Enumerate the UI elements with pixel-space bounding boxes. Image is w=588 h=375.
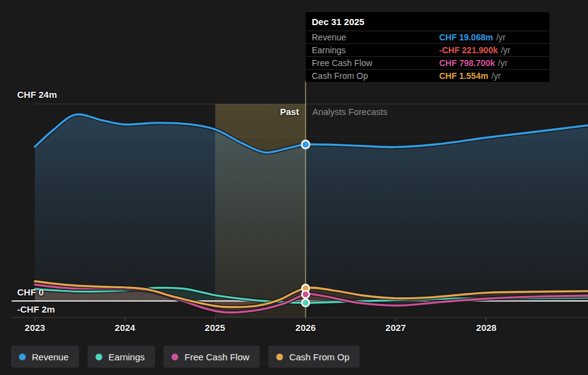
tooltip-row-suffix: /yr [498,58,508,68]
legend-item-revenue[interactable]: Revenue [11,346,79,368]
y-axis-label-0: CHF 0 [17,287,43,297]
legend-item-earnings[interactable]: Earnings [88,346,155,368]
tooltip-row-suffix: /yr [491,71,501,81]
marker-revenue [301,141,309,149]
legend-dot-icon [172,354,178,360]
legend-item-label: Cash From Op [289,352,349,362]
x-axis-label-2026: 2026 [295,322,315,333]
legend-dot-icon [96,354,102,360]
tooltip-row-earnings: Earnings -CHF 221.900k /yr [306,43,549,56]
financials-chart-panel: CHF 24m CHF 0 -CHF 2m Past Analysts Fore… [0,0,588,375]
tooltip: Dec 31 2025 Revenue CHF 19.068m /yr Earn… [306,12,549,82]
tooltip-row-suffix: /yr [496,32,506,42]
x-axis-label-2027: 2027 [385,322,405,333]
tooltip-date: Dec 31 2025 [306,12,549,31]
tooltip-row-label: Earnings [312,45,439,55]
y-axis-label-24m: CHF 24m [17,89,57,100]
tooltip-row-cash-from-op: Cash From Op CHF 1.554m /yr [306,69,549,82]
tooltip-row-label: Cash From Op [312,71,439,81]
tooltip-row-value: CHF 1.554m [439,71,488,81]
legend-item-label: Earnings [108,352,145,362]
legend-item-free-cash-flow[interactable]: Free Cash Flow [164,346,260,368]
past-zone-label: Past [238,107,299,117]
tooltip-row-label: Free Cash Flow [312,58,439,68]
marker-free-cash-flow [302,291,309,298]
tooltip-row-suffix: /yr [501,45,511,55]
x-axis-label-2024: 2024 [115,322,135,333]
x-axis-label-2025: 2025 [205,322,225,333]
tooltip-row-free-cash-flow: Free Cash Flow CHF 798.700k /yr [306,56,549,69]
legend-dot-icon [276,354,283,360]
tooltip-row-value: -CHF 221.900k [439,45,498,55]
legend-item-cash-from-op[interactable]: Cash From Op [268,346,360,368]
x-axis-label-2023: 2023 [24,322,45,333]
forecast-zone-label: Analysts Forecasts [312,107,388,117]
tooltip-row-value: CHF 19.068m [439,32,493,42]
marker-earnings [302,299,309,306]
tooltip-row-revenue: Revenue CHF 19.068m /yr [306,31,549,43]
legend-item-label: Free Cash Flow [184,352,249,362]
y-axis-label-neg2m: -CHF 2m [17,304,55,314]
tooltip-row-label: Revenue [312,32,439,42]
legend-dot-icon [19,354,26,360]
tooltip-row-value: CHF 798.700k [439,58,495,68]
chart-legend: Revenue Earnings Free Cash Flow Cash Fro… [11,346,360,368]
legend-item-label: Revenue [32,352,69,362]
x-axis-label-2028: 2028 [476,322,496,333]
